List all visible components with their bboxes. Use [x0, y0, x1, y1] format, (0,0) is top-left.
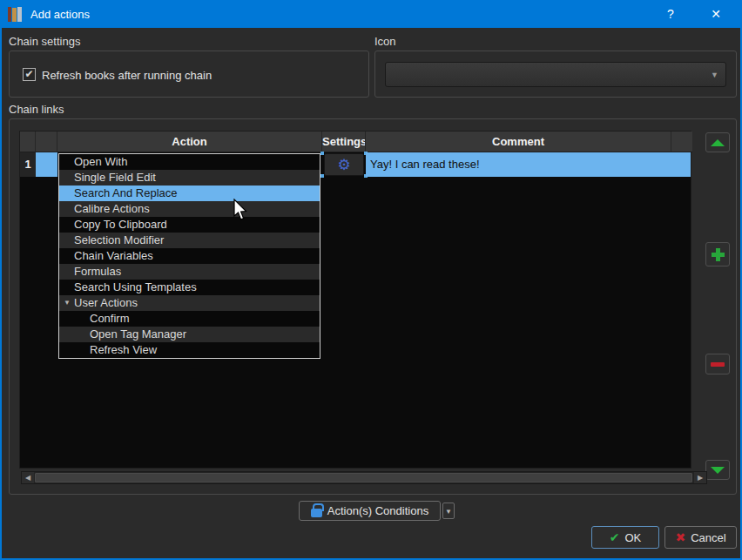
icon-combobox[interactable]: ▼	[385, 62, 726, 87]
settings-button[interactable]: ⚙	[324, 153, 364, 176]
scrollbar-thumb[interactable]	[35, 473, 692, 482]
dropdown-item-chain-variables[interactable]: Chain Variables	[59, 248, 320, 264]
remove-row-button[interactable]	[705, 354, 730, 374]
actions-conditions-button[interactable]: Action(s) Conditions	[299, 501, 441, 521]
chevron-down-icon: ▼	[711, 71, 718, 79]
calibre-books-icon	[8, 7, 23, 22]
dropdown-item-calibre-actions[interactable]: Calibre Actions	[59, 201, 320, 217]
table-action-column-header[interactable]: Action	[57, 132, 322, 152]
horizontal-scrollbar[interactable]: ◀ ▶	[21, 471, 707, 484]
table-corner-header	[20, 132, 36, 152]
dropdown-item-refresh-view[interactable]: Refresh View	[59, 342, 320, 358]
ok-button-label: OK	[624, 531, 641, 544]
dropdown-item-search-using-templates[interactable]: Search Using Templates	[59, 280, 320, 295]
scroll-left-icon[interactable]: ◀	[22, 472, 34, 483]
move-up-icon	[711, 139, 725, 146]
action-dropdown-list: Open With Single Field Edit Search And R…	[58, 153, 320, 359]
table-blank-column-header	[36, 132, 57, 152]
x-icon: ✖	[675, 530, 685, 544]
dropdown-item-copy-to-clipboard[interactable]: Copy To Clipboard	[59, 217, 320, 233]
cell-selection-handle	[320, 174, 324, 178]
row-1-blank-cell[interactable]	[36, 152, 57, 177]
mouse-cursor	[233, 199, 251, 223]
row-1-settings-cell[interactable]: ⚙	[322, 152, 366, 177]
add-row-button[interactable]	[705, 242, 730, 267]
remove-icon	[711, 362, 725, 367]
add-icon	[712, 248, 725, 261]
cancel-button[interactable]: ✖ Cancel	[664, 526, 737, 549]
dropdown-item-selection-modifier[interactable]: Selection Modifier	[59, 233, 320, 248]
refresh-books-checkbox[interactable]: ✔	[23, 68, 36, 81]
table-comment-column-header[interactable]: Comment	[366, 132, 671, 152]
cancel-button-label: Cancel	[691, 531, 725, 544]
dropdown-item-open-with[interactable]: Open With	[59, 154, 320, 170]
dropdown-item-formulas[interactable]: Formulas	[59, 264, 320, 280]
chain-settings-label: Chain settings	[9, 35, 80, 48]
window-title: Add actions	[30, 8, 90, 21]
chevron-down-icon: ▼	[445, 508, 452, 516]
gear-icon: ⚙	[337, 158, 350, 172]
table-clipped-column-header	[671, 132, 692, 152]
table-settings-column-header[interactable]: Settings	[322, 132, 366, 152]
titlebar[interactable]: Add actions ? ✕	[0, 0, 742, 28]
lock-icon	[311, 509, 322, 517]
ok-button[interactable]: ✔ OK	[591, 526, 659, 549]
dropdown-item-single-field-edit[interactable]: Single Field Edit	[59, 170, 320, 186]
row-1-clipped-cell[interactable]	[671, 152, 691, 177]
cell-selection-handle	[320, 152, 324, 155]
tree-expand-icon[interactable]: ▼	[64, 295, 71, 311]
row-1-header[interactable]: 1	[20, 152, 36, 177]
add-actions-dialog: Add actions ? ✕ Chain settings ✔ Refresh…	[0, 0, 742, 560]
move-down-icon	[711, 467, 725, 474]
close-button[interactable]: ✕	[697, 0, 735, 28]
chain-links-label: Chain links	[9, 103, 64, 116]
dropdown-item-user-actions[interactable]: ▼ User Actions	[59, 295, 320, 311]
move-up-button[interactable]	[705, 132, 730, 152]
dropdown-item-open-tag-manager[interactable]: Open Tag Manager	[59, 327, 320, 342]
check-icon: ✔	[610, 530, 620, 544]
dropdown-item-search-and-replace[interactable]: Search And Replace	[59, 186, 320, 201]
help-button[interactable]: ?	[651, 0, 690, 28]
refresh-books-checkbox-label[interactable]: Refresh books after running chain	[42, 69, 212, 82]
icon-label: Icon	[374, 35, 396, 48]
scroll-right-icon[interactable]: ▶	[694, 472, 706, 483]
dropdown-item-confirm[interactable]: Confirm	[59, 311, 320, 327]
move-down-button[interactable]	[705, 460, 730, 480]
row-1-comment-cell[interactable]: Yay! I can read these!	[366, 152, 671, 177]
conditions-menu-button[interactable]: ▼	[442, 503, 455, 519]
actions-conditions-label: Action(s) Conditions	[327, 504, 428, 517]
